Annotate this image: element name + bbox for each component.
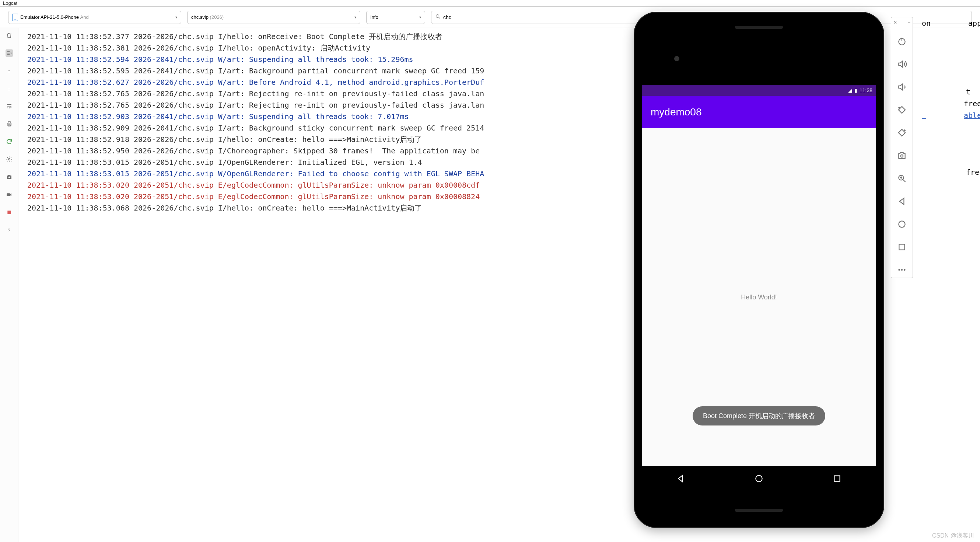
nav-recent-icon[interactable]	[832, 474, 842, 483]
svg-line-17	[903, 180, 905, 182]
tab-bar: Logcat	[0, 0, 980, 6]
svg-point-24	[904, 269, 905, 271]
chevron-down-icon: ▾	[355, 15, 356, 19]
print-icon[interactable]	[6, 120, 13, 128]
stop-icon[interactable]	[6, 209, 13, 216]
rotate-left-icon[interactable]	[897, 105, 907, 115]
camera-icon[interactable]	[6, 173, 13, 181]
arrow-up-icon[interactable]: ↑	[6, 67, 13, 75]
emulator-window: ◢ ▮ 11:38 mydemo08 Hello World! Boot Com…	[634, 12, 884, 528]
chevron-down-icon: ▾	[419, 15, 421, 19]
device-icon	[12, 14, 18, 21]
rotate-right-icon[interactable]	[897, 128, 907, 137]
svg-line-1	[439, 18, 440, 18]
close-icon[interactable]: ✕	[893, 20, 897, 25]
svg-point-0	[436, 15, 439, 18]
svg-rect-8	[7, 210, 11, 214]
svg-point-15	[901, 155, 904, 158]
phone-camera	[674, 56, 679, 61]
restart-icon[interactable]	[6, 138, 13, 145]
home-icon[interactable]	[897, 219, 907, 229]
emulator-toolbar-top: ✕ −	[891, 18, 913, 28]
phone-speaker-bottom	[735, 509, 783, 512]
chevron-down-icon: ▾	[175, 15, 177, 19]
hello-text: Hello World!	[741, 293, 777, 301]
back-icon[interactable]	[897, 196, 907, 206]
tab-logcat[interactable]: Logcat	[3, 0, 18, 6]
power-icon[interactable]	[897, 37, 907, 46]
search-icon	[435, 14, 441, 21]
level-selector[interactable]: Info ▾	[366, 11, 425, 24]
app-title: mydemo08	[651, 106, 702, 118]
svg-point-23	[901, 269, 903, 271]
phone-screen[interactable]: ◢ ▮ 11:38 mydemo08 Hello World! Boot Com…	[642, 85, 876, 466]
signal-icon: ◢	[848, 88, 852, 93]
screenshot-icon[interactable]	[897, 151, 907, 160]
svg-rect-21	[899, 244, 904, 250]
app-body: Hello World! Boot Complete 开机启动的广播接收者	[642, 128, 876, 466]
app-pid: (2026)	[210, 14, 224, 20]
svg-rect-3	[8, 122, 10, 123]
svg-point-22	[898, 269, 900, 271]
svg-point-20	[899, 221, 905, 227]
trash-icon[interactable]	[6, 32, 13, 39]
battery-icon: ▮	[854, 88, 858, 93]
overview-icon[interactable]	[897, 242, 907, 252]
nav-back-icon[interactable]	[676, 474, 686, 483]
device-selector[interactable]: Emulator API-21-5.0-Phone And ▾	[8, 11, 181, 24]
status-bar: ◢ ▮ 11:38	[642, 85, 876, 96]
level-value: Info	[370, 14, 379, 20]
soft-wrap-icon[interactable]	[6, 102, 13, 110]
volume-down-icon[interactable]	[897, 82, 907, 92]
gear-icon[interactable]	[6, 156, 13, 163]
scroll-to-end-icon[interactable]	[6, 49, 13, 57]
phone-speaker-top	[735, 26, 783, 29]
left-gutter: ↑ ↓ ?	[0, 28, 18, 542]
device-suffix: And	[80, 14, 89, 20]
emulator-toolbar: ✕ −	[891, 17, 913, 278]
volume-up-icon[interactable]	[897, 59, 907, 69]
svg-rect-10	[834, 476, 840, 481]
minimize-icon[interactable]: −	[908, 20, 910, 25]
more-icon[interactable]	[897, 265, 907, 275]
arrow-down-icon[interactable]: ↓	[6, 85, 13, 92]
help-icon[interactable]: ?	[6, 226, 13, 234]
svg-rect-7	[6, 193, 10, 196]
watermark: CSDN @浪客川	[932, 532, 974, 540]
svg-point-5	[8, 159, 10, 160]
svg-point-6	[8, 177, 10, 179]
status-time: 11:38	[859, 88, 872, 93]
zoom-icon[interactable]	[897, 174, 907, 183]
nav-home-icon[interactable]	[754, 474, 764, 483]
nav-bar	[642, 466, 876, 491]
toast: Boot Complete 开机启动的广播接收者	[693, 406, 825, 426]
svg-point-9	[756, 475, 762, 481]
app-name: chc.svip	[191, 14, 208, 20]
app-bar: mydemo08	[642, 96, 876, 128]
record-icon[interactable]	[6, 191, 13, 198]
app-selector[interactable]: chc.svip (2026) ▾	[187, 11, 360, 24]
device-name: Emulator API-21-5.0-Phone	[20, 14, 79, 20]
phone-frame: ◢ ▮ 11:38 mydemo08 Hello World! Boot Com…	[634, 12, 884, 528]
